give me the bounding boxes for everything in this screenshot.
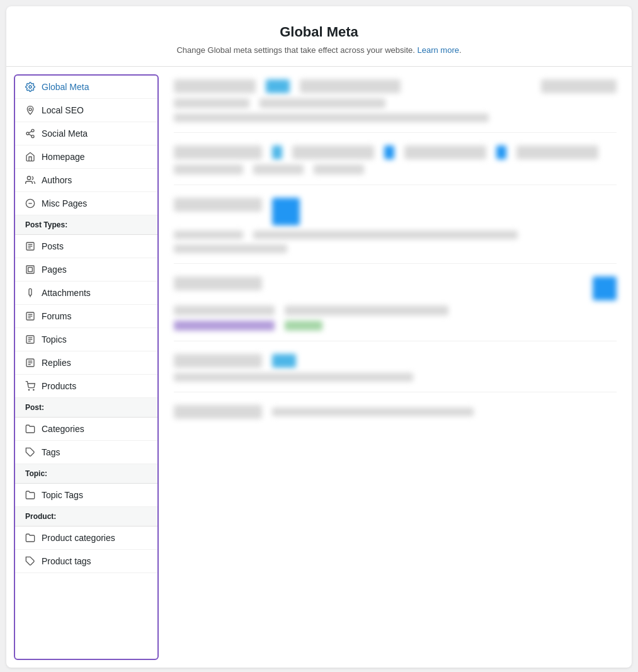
- sidebar-item-label: Topic Tags: [42, 490, 83, 500]
- blur-block: [174, 276, 262, 290]
- sidebar-item-label: Posts: [42, 241, 64, 251]
- blur-block: [174, 79, 256, 93]
- sidebar-item-topics[interactable]: Topics: [15, 328, 157, 351]
- sidebar-item-attachments[interactable]: Attachments: [15, 282, 157, 305]
- page-title: Global Meta: [19, 24, 619, 40]
- pages-icon: [25, 265, 35, 275]
- content-row-1a: [174, 79, 617, 93]
- section-header-section-product: Product:: [15, 507, 157, 527]
- content-row-3b: [174, 231, 617, 239]
- blur-block: [253, 164, 304, 174]
- circle-dash-icon: [25, 198, 35, 208]
- sidebar-item-label: Local SEO: [42, 105, 84, 115]
- content-row-5a: [174, 354, 617, 368]
- blur-block: [174, 164, 243, 174]
- folder-icon: [25, 490, 35, 500]
- svg-rect-16: [29, 288, 31, 295]
- blur-block: [285, 321, 322, 331]
- blur-block: [272, 407, 474, 416]
- blur-block: [272, 354, 296, 368]
- svg-rect-15: [28, 268, 33, 272]
- sidebar-item-label: Topics: [42, 334, 67, 345]
- content-area: Global MetaLocal SEOSocial MetaHomepageA…: [6, 67, 632, 668]
- sidebar-item-product-tags[interactable]: Product tags: [15, 550, 157, 573]
- sidebar-item-pages[interactable]: Pages: [15, 258, 157, 282]
- svg-line-5: [29, 134, 32, 136]
- sidebar-item-label: Categories: [42, 424, 84, 434]
- content-row-3a: [174, 198, 617, 225]
- content-row-6a: [174, 405, 617, 419]
- blur-block: [174, 145, 262, 159]
- blur-block: [541, 79, 617, 93]
- svg-point-3: [26, 132, 29, 135]
- attach-icon: [25, 288, 35, 298]
- svg-point-0: [29, 86, 31, 88]
- blur-block: [516, 145, 598, 159]
- blur-block: [259, 98, 385, 108]
- blur-block: [314, 164, 364, 174]
- sidebar-item-global-meta[interactable]: Global Meta: [15, 76, 157, 99]
- content-section-1: [174, 79, 617, 133]
- content-row-4a: [174, 276, 617, 300]
- svg-point-1: [29, 108, 31, 111]
- sidebar-item-social-meta[interactable]: Social Meta: [15, 122, 157, 145]
- tag-icon: [25, 556, 35, 566]
- sidebar-item-label: Social Meta: [42, 128, 88, 139]
- sidebar-item-local-seo[interactable]: Local SEO: [15, 99, 157, 122]
- gear-icon: [25, 82, 35, 92]
- sidebar-item-label: Product tags: [42, 556, 91, 566]
- content-row-2a: [174, 145, 617, 159]
- blur-block: [174, 321, 275, 331]
- doc-icon: [25, 334, 35, 345]
- blur-block: [496, 145, 506, 159]
- blur-block: [174, 231, 243, 239]
- sidebar-item-posts[interactable]: Posts: [15, 235, 157, 258]
- sidebar-item-forums[interactable]: Forums: [15, 305, 157, 328]
- svg-point-30: [28, 389, 29, 390]
- sidebar-item-product-categories[interactable]: Product categories: [15, 527, 157, 550]
- page-header: Global Meta Change Global meta settings …: [6, 6, 632, 67]
- blur-block: [285, 305, 448, 316]
- blur-block: [266, 79, 290, 93]
- sidebar-item-misc-pages[interactable]: Misc Pages: [15, 192, 157, 215]
- sidebar-item-topic-tags[interactable]: Topic Tags: [15, 484, 157, 507]
- svg-point-7: [27, 176, 30, 179]
- sidebar-item-replies[interactable]: Replies: [15, 351, 157, 375]
- content-row-1b: [174, 98, 617, 108]
- page-wrapper: Global Meta Change Global meta settings …: [6, 6, 632, 668]
- cart-icon: [25, 381, 35, 391]
- content-section-2: [174, 145, 617, 185]
- sidebar-item-categories[interactable]: Categories: [15, 418, 157, 441]
- sidebar-item-label: Misc Pages: [42, 198, 87, 208]
- blur-block: [300, 79, 401, 93]
- content-section-5: [174, 354, 617, 392]
- sidebar: Global MetaLocal SEOSocial MetaHomepageA…: [14, 74, 159, 660]
- sidebar-item-tags[interactable]: Tags: [15, 441, 157, 464]
- svg-rect-14: [26, 266, 34, 273]
- sidebar-item-authors[interactable]: Authors: [15, 169, 157, 192]
- sidebar-item-label: Homepage: [42, 152, 85, 162]
- content-row-1c: [174, 113, 617, 122]
- content-row-4c: [174, 321, 617, 331]
- blur-block: [174, 373, 413, 382]
- sidebar-item-label: Replies: [42, 358, 71, 368]
- main-content: [159, 67, 632, 668]
- folder-icon: [25, 424, 35, 434]
- home-icon: [25, 152, 35, 162]
- sidebar-item-label: Pages: [42, 265, 67, 275]
- sidebar-item-label: Global Meta: [42, 82, 89, 92]
- content-section-4: [174, 276, 617, 341]
- sidebar-item-label: Forums: [42, 311, 71, 321]
- social-icon: [25, 128, 35, 139]
- content-row-2b: [174, 164, 617, 174]
- page-description: Change Global meta settings that take ef…: [19, 45, 619, 55]
- sidebar-item-homepage[interactable]: Homepage: [15, 145, 157, 169]
- tag-icon: [25, 447, 35, 457]
- sidebar-item-label: Product categories: [42, 533, 115, 543]
- blur-block: [174, 405, 262, 419]
- section-header-section-post: Post:: [15, 398, 157, 418]
- content-row-3c: [174, 244, 617, 253]
- sidebar-item-label: Authors: [42, 175, 72, 185]
- sidebar-item-products[interactable]: Products: [15, 375, 157, 398]
- learn-more-link[interactable]: Learn more: [417, 45, 459, 55]
